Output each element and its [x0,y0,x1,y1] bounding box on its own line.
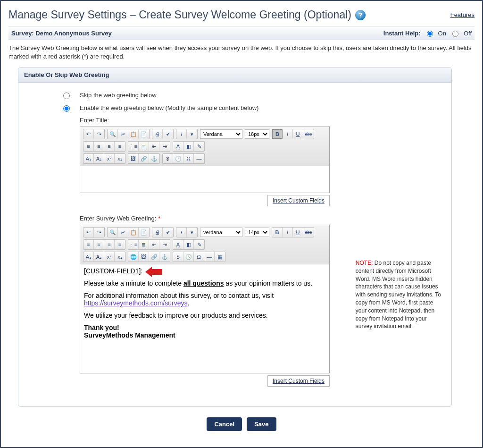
sub-a1-icon[interactable]: A₁ [83,252,94,262]
page-title: Manage Survey Settings – Create Survey W… [8,8,366,21]
font-color-icon[interactable]: A [173,240,183,249]
bullet-list-icon[interactable]: ⋮≡ [128,142,139,151]
sub-a1-icon[interactable]: A₁ [83,154,94,163]
paste-icon[interactable]: 📄 [139,228,149,237]
table-icon[interactable]: ▦ [215,252,225,262]
instant-help-on-radio[interactable] [427,31,433,37]
insert-custom-fields-button[interactable]: Insert Custom Fields [267,195,330,206]
link-icon[interactable]: 🔗 [149,252,159,262]
skip-greeting-radio[interactable] [63,93,70,99]
omega-icon[interactable]: Ω [183,154,194,163]
anchor-icon[interactable]: ⚓ [159,252,170,262]
bullet-list-icon[interactable]: ⋮≡ [128,240,139,249]
greeting-link[interactable]: https://surveymethods.com/surveys [84,299,187,307]
paste-icon[interactable]: 📄 [139,129,149,139]
greeting-editor-canvas[interactable]: [CUSTOM-FIELD1]: Please take a minute to… [80,264,329,373]
survey-name-label: Survey: Demo Anonymous Survey [11,30,112,37]
align-center-icon[interactable]: ≡ [94,142,104,151]
undo-icon[interactable]: ↶ [83,228,94,237]
font-name-select[interactable]: verdana [200,228,242,237]
cut-icon[interactable]: ✂ [118,228,128,237]
superscript-icon[interactable]: x² [104,252,115,262]
title-editor-canvas[interactable] [80,166,329,193]
subscript-icon[interactable]: x₂ [115,252,125,262]
undo-icon[interactable]: ↶ [83,129,94,139]
bg-color-icon[interactable]: ◧ [183,142,194,151]
page-title-text: Manage Survey Settings – Create Survey W… [8,8,351,21]
image-icon[interactable]: 🖼 [128,154,139,163]
instant-help-off-radio[interactable] [452,31,458,37]
bold-button[interactable]: B [272,228,283,237]
underline-button[interactable]: U [293,228,303,237]
insert-custom-fields-button[interactable]: Insert Custom Fields [267,375,330,387]
radio-enable-row: Enable the web greeting below (Modify th… [61,104,346,112]
highlight-icon[interactable]: ✎ [194,240,204,249]
save-button[interactable]: Save [247,417,276,431]
align-right-icon[interactable]: ≡ [104,142,115,151]
redo-icon[interactable]: ↷ [94,129,104,139]
enable-greeting-label[interactable]: Enable the web greeting below (Modify th… [80,104,258,111]
font-color-icon[interactable]: A [173,142,183,151]
symbol-icon[interactable]: $ [173,252,183,262]
align-justify-icon[interactable]: ≡ [115,142,125,151]
features-link[interactable]: Features [450,11,475,18]
link-icon[interactable]: 🔗 [139,154,149,163]
bg-color-icon[interactable]: ◧ [183,240,194,249]
toggle-icon[interactable]: ⫶ [176,228,187,237]
highlight-icon[interactable]: ✎ [194,142,204,151]
font-size-select[interactable]: 16px [245,129,269,139]
align-left-icon[interactable]: ≡ [83,142,94,151]
italic-button[interactable]: I [283,129,293,139]
symbol-icon[interactable]: $ [163,154,173,163]
help-icon[interactable]: ? [355,10,366,20]
spellcheck-icon[interactable]: ✔ [163,228,173,237]
spellcheck-icon[interactable]: ✔ [163,129,173,139]
redo-icon[interactable]: ↷ [94,228,104,237]
sub-a2-icon[interactable]: A₂ [94,154,104,163]
italic-button[interactable]: I [283,228,293,237]
skip-greeting-label[interactable]: Skip the web greeting below [80,92,157,99]
outdent-icon[interactable]: ⇤ [149,142,159,151]
find-icon[interactable]: 🔍 [108,129,118,139]
subscript-icon[interactable]: x₂ [115,154,125,163]
more-icon[interactable]: ▾ [187,228,197,237]
bold-button[interactable]: B [272,129,283,139]
copy-icon[interactable]: 📋 [128,129,139,139]
find-icon[interactable]: 🔍 [108,228,118,237]
align-justify-icon[interactable]: ≡ [115,240,125,249]
superscript-icon[interactable]: x² [104,154,115,163]
align-right-icon[interactable]: ≡ [104,240,115,249]
numbered-list-icon[interactable]: ≣ [139,142,149,151]
sub-a2-icon[interactable]: A₂ [94,252,104,262]
strike-button[interactable]: abc [303,228,314,237]
hr-icon[interactable]: — [204,252,215,262]
greeting-para1-a: Please take a minute to complete [84,279,183,287]
print-icon[interactable]: 🖨 [152,228,163,237]
indent-icon[interactable]: ⇥ [159,240,170,249]
font-name-select[interactable]: Verdana [200,129,242,139]
align-center-icon[interactable]: ≡ [94,240,104,249]
outdent-icon[interactable]: ⇤ [149,240,159,249]
align-left-icon[interactable]: ≡ [83,240,94,249]
copy-icon[interactable]: 📋 [128,228,139,237]
anchor-icon[interactable]: ⚓ [149,154,159,163]
cancel-button[interactable]: Cancel [207,417,242,431]
instant-help-on-label[interactable]: On [438,30,446,37]
underline-button[interactable]: U [293,129,303,139]
omega-icon[interactable]: Ω [194,252,204,262]
time-icon[interactable]: 🕓 [183,252,194,262]
globe-icon[interactable]: 🌐 [128,252,139,262]
print-icon[interactable]: 🖨 [152,129,163,139]
hr-icon[interactable]: — [194,154,204,163]
cut-icon[interactable]: ✂ [118,129,128,139]
more-icon[interactable]: ▾ [187,129,197,139]
font-size-select[interactable]: 14px [245,228,269,237]
numbered-list-icon[interactable]: ≣ [139,240,149,249]
time-icon[interactable]: 🕓 [173,154,183,163]
toggle-icon[interactable]: ⫶ [176,129,187,139]
instant-help-off-label[interactable]: Off [464,30,472,37]
indent-icon[interactable]: ⇥ [159,142,170,151]
strike-button[interactable]: abc [303,129,314,139]
enable-greeting-radio[interactable] [63,105,70,112]
image-icon[interactable]: 🖼 [139,252,149,262]
